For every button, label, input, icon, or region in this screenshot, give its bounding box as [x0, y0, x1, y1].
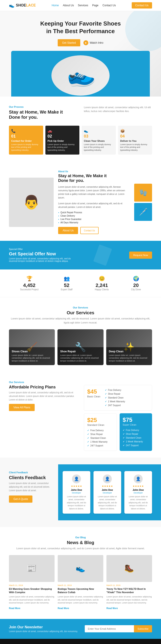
offer-text: Lorem ipsum dolor sit amet, consectetur … [9, 258, 76, 262]
request-now-button[interactable]: Request Now [129, 252, 152, 259]
nav-cta-button[interactable]: Contact Us [132, 2, 152, 8]
super-feature-4: 1 Week Warranty [123, 440, 149, 444]
stat-clients: 😊 2,241 Happy Clients [95, 276, 109, 291]
basic-plan-features: Free Delivery Shoe Repair Standard Clean… [105, 388, 125, 407]
testimonial-3: 👤 ★★★★★ John Doe Developer Lorem ipsum d… [124, 471, 152, 514]
clients-title: Clients Feedback [9, 475, 51, 480]
staff-icon: 👥 [61, 276, 72, 282]
testimonial-1: 👤 ★★★★★ John Doe Developer Lorem ipsum d… [63, 471, 90, 514]
about-feature-2: Clean Delivery [58, 214, 130, 217]
shoe-repair-overlay: Shoe Repair Lorem ipsum dolor et. Lorem … [57, 347, 103, 365]
news-text-3: Lorem ipsum dolor sit amet, consectetur … [106, 596, 152, 604]
news-article-3: 🥾 March 11, 2019 Yeezy To New YZY NSLTD … [106, 555, 152, 610]
about-feature-1: Quick Repair Process [58, 211, 130, 214]
stat-projects-num: 4,452 [20, 282, 38, 288]
pricing-right: $45 Basic Clean Free Delivery Shoe Repai… [84, 385, 152, 451]
hero-shoe-image [51, 55, 110, 96]
process-title-3: Clean Your Shoes [84, 140, 114, 142]
watch-intro-button[interactable]: ▶ Watch Intro [83, 39, 103, 46]
offer-title: Get Special Offer Now [9, 251, 76, 256]
process-title: Stay at Home, We Make it Done for you. [9, 110, 77, 120]
news-date-2: March 11, 2019 [58, 584, 103, 586]
read-more-2[interactable]: Read More [58, 607, 69, 610]
super-plan-card: $75 Super Clean Free Delivery Shoe Repai… [120, 413, 152, 451]
newsletter-form: Subscribe [85, 625, 152, 632]
newsletter-text: Lorem ipsum dolor sit amet, consectetur … [9, 630, 78, 632]
super-feature-3: Standard Clean [123, 436, 149, 440]
about-title: Stay at Home, We Make it Done for you. [58, 174, 130, 183]
news-title: News & Blog [9, 540, 152, 545]
stat-staff: 👥 52 Expert Staff [61, 276, 72, 291]
about-us-button[interactable]: About Us [58, 227, 78, 234]
testimonial-2: 👤 ★★★★★ John Doe Developer Lorem ipsum d… [93, 471, 121, 514]
stat-clients-label: Happy Clients [95, 288, 109, 291]
testimonial-3-role: Developer [128, 492, 149, 494]
super-plan-amount: $75 [123, 416, 132, 423]
services-description: Lorem ipsum dolor sit amet, consectetur … [9, 317, 152, 324]
basic-plan-amount-wrapper: $45 Basic Clean [87, 388, 100, 400]
basic-feature-2: Shoe Repair [105, 392, 125, 396]
nav-services[interactable]: Services [78, 4, 88, 7]
basic-feature-5: 24/7 Support [105, 404, 125, 407]
view-all-plans-button[interactable]: View All Plans [9, 404, 35, 411]
contact-us-button[interactable]: Contact Us [80, 227, 98, 234]
testimonial-3-avatar: 👤 [134, 474, 143, 484]
news-title-3: Yeezy To New YZY NSLTD Boot In "Khaki" T… [106, 587, 152, 594]
logo[interactable]: 👟 SHOELACE [9, 3, 36, 8]
nav-contact[interactable]: Contact Us [102, 4, 116, 7]
service-shoe-repair: 🔧 Shoe Repair Lorem ipsum dolor et. Lore… [57, 329, 103, 365]
process-steps: 📞 01 Contact for Order Lorem ipsum is si… [9, 126, 152, 155]
standard-feature-5: 24/7 Support [87, 444, 114, 448]
testimonial-2-text: Lorem ipsum dolor et amet, consectetur a… [97, 495, 118, 510]
news-title-2: Bodega Teases Upcoming New Balance Colla… [58, 587, 103, 594]
news-image-2: 👟 [58, 555, 103, 582]
process-num-1: 01 [11, 134, 41, 139]
process-step-1: 📞 01 Contact for Order Lorem ipsum is si… [9, 126, 43, 155]
get-started-button[interactable]: Get Started [58, 39, 80, 46]
testimonial-1-text: Lorem ipsum dolor et amet, consectetur a… [66, 495, 87, 510]
offer-decorative-shape [93, 244, 112, 266]
pricing-section: Our Services Affordable Pricing Plans Lo… [0, 374, 161, 458]
shoe-repair-name: Shoe Repair [60, 350, 101, 353]
about-label: About Us [58, 170, 130, 173]
newsletter-email-input[interactable] [85, 625, 134, 632]
newsletter-subscribe-button[interactable]: Subscribe [134, 625, 152, 632]
process-icon-1: 📞 [11, 129, 41, 133]
pricing-label: Our Services [9, 381, 152, 384]
logo-text: SHOELACE [16, 3, 36, 8]
get-quote-button[interactable]: Get A Quote [9, 496, 32, 503]
process-step-2: 🚗 02 Pick Up Order Lorem ipsum is simply… [45, 126, 80, 155]
nav-about[interactable]: About Us [63, 4, 74, 7]
testimonial-2-role: Developer [97, 492, 118, 494]
pricing-title: Affordable Pricing Plans [9, 385, 77, 390]
clients-inner: Client Feedback Clients Feedback Lorem i… [0, 464, 161, 520]
super-plan-features: Free Delivery Shoe Repair Standard Clean… [123, 428, 149, 447]
standard-plan-card: $25 Standard Clean Free Delivery Shoe Re… [84, 413, 117, 451]
cities-icon: 🌍 [131, 276, 141, 282]
news-date-1: March 11, 2019 [9, 584, 55, 586]
super-plan-name: Super Clean [123, 423, 149, 426]
news-text-1: Lorem ipsum dolor sit amet, consectetur … [9, 596, 55, 604]
testimonial-2-avatar: 👤 [103, 474, 112, 484]
read-more-3[interactable]: Read More [106, 607, 118, 610]
read-more-1[interactable]: Read More [9, 607, 20, 610]
nav-page[interactable]: Page [92, 4, 98, 7]
process-title-1: Contact for Order [11, 140, 41, 142]
shoes-clean-desc: Lorem ipsum dolor et. Lorem ipsum consec… [12, 354, 52, 362]
stats-section: 🏆 4,452 Successful Project 👥 52 Expert S… [0, 270, 161, 297]
standard-plan-features: Free Delivery Shoe Repair Standard Clean… [87, 428, 114, 448]
basic-feature-4: 1 Week Warranty [105, 400, 125, 404]
testimonial-2-name: John Doe [97, 488, 118, 491]
newsletter-content: Join Our Newsletter Lorem ipsum dolor si… [9, 625, 78, 632]
testimonials-container: 👤 ★★★★★ John Doe Developer Lorem ipsum d… [58, 464, 161, 520]
process-text-2: Lorem ipsum is simply dummy text of the … [48, 143, 77, 152]
super-feature-5: 24/7 Support [123, 444, 149, 447]
nav-home[interactable]: Home [52, 4, 59, 7]
process-label: Our Process [9, 106, 77, 108]
process-step-4: 📦 04 Deliver to You Lorem ipsum is simpl… [118, 126, 152, 155]
pricing-text: Lorem ipsum dolor sit amet, consectetur … [9, 391, 77, 402]
clients-text: Lorem ipsum dolor sit amet, consectetur … [9, 482, 51, 492]
testimonial-2-stars: ★★★★★ [97, 485, 118, 488]
about-person-image: 👨 [9, 178, 54, 227]
clients-left: Client Feedback Clients Feedback Lorem i… [0, 464, 58, 520]
